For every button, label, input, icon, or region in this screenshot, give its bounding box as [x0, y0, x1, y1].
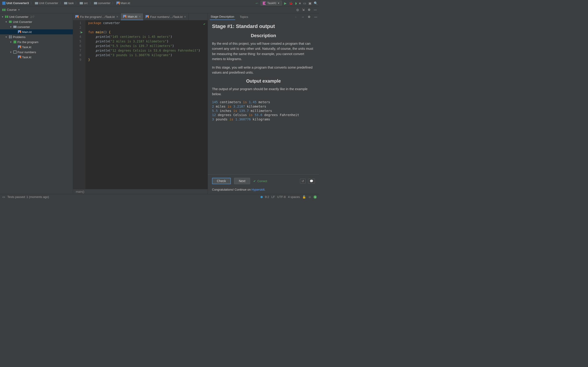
- course-selector[interactable]: Course ▼: [2, 8, 20, 11]
- progress-indicator-icon[interactable]: [260, 196, 263, 198]
- line-number: 7: [73, 48, 81, 53]
- tree-section[interactable]: ▼ Unit Converter: [0, 19, 73, 24]
- tab-main[interactable]: Main.kt ✕: [121, 13, 143, 20]
- chevron-right-icon: 〉: [89, 1, 93, 5]
- target-icon[interactable]: ◎: [296, 8, 299, 11]
- notification-icon[interactable]: ☺: [308, 195, 311, 199]
- forward-icon[interactable]: →: [301, 15, 304, 19]
- breadcrumb-label: Unit Converter3: [6, 1, 29, 5]
- line-number: 2: [73, 25, 81, 30]
- status-bar: ▭ Tests passed: 1 (moments ago) 9:2 LF U…: [0, 194, 319, 200]
- line-number: 6: [73, 44, 81, 48]
- breadcrumb-item[interactable]: src: [79, 1, 89, 5]
- minimize-icon[interactable]: —: [314, 15, 317, 19]
- close-icon[interactable]: ✕: [116, 15, 118, 18]
- tree-problem-1[interactable]: ▼ Fix the program: [0, 40, 73, 44]
- coverage-icon[interactable]: ◗: [295, 1, 297, 5]
- call: println: [96, 49, 109, 52]
- editor-breadcrumb[interactable]: main(): [73, 189, 208, 194]
- top-toolbar: Unit Converter3 〉 Unit Converter 〉 task …: [0, 0, 319, 6]
- call: println: [96, 40, 109, 43]
- tree-problem-2[interactable]: ▼ Four numbers: [0, 50, 73, 55]
- svg-rect-2: [64, 2, 67, 4]
- debug-icon[interactable]: 🐞: [289, 1, 293, 5]
- toolwindow-icon[interactable]: ▭: [2, 195, 5, 199]
- comment-icon[interactable]: 💬: [308, 179, 315, 184]
- tab-fix-program[interactable]: Fix the program/…/Task.kt ✕: [73, 13, 121, 20]
- check-button[interactable]: Check: [212, 178, 231, 184]
- gear-icon[interactable]: ⚙: [308, 15, 311, 19]
- chevron-right-icon: 〉: [30, 1, 34, 5]
- breadcrumb-item[interactable]: Unit Converter3: [1, 1, 30, 5]
- tree-file-main[interactable]: Main.kt: [0, 29, 73, 34]
- status-tests[interactable]: Tests passed: 1 (moments ago): [7, 195, 49, 199]
- tree-package[interactable]: ▼ converter: [0, 24, 73, 29]
- stop-icon[interactable]: ■: [299, 1, 301, 5]
- line-number: 1: [73, 21, 81, 25]
- tree-root[interactable]: ▼ Unit Converter 2/7: [0, 14, 73, 19]
- search-icon[interactable]: 🔍: [314, 1, 318, 5]
- breadcrumb-label: converter: [98, 1, 111, 5]
- task-paragraph: By the end of this project, you will hav…: [212, 41, 315, 62]
- close-icon[interactable]: ✕: [184, 15, 186, 18]
- chevron-right-icon: 〉: [60, 1, 63, 5]
- breadcrumb-item[interactable]: converter: [93, 1, 111, 5]
- run-icon[interactable]: ▶: [284, 1, 287, 5]
- maximize-icon[interactable]: ▣: [309, 1, 311, 5]
- tree-label: Problems: [13, 35, 26, 39]
- indent[interactable]: 4 spaces: [288, 195, 300, 199]
- hyperskill-link[interactable]: Hyperskill: [251, 188, 264, 191]
- breadcrumb-item[interactable]: task: [63, 1, 75, 5]
- toolbar-actions: ⤺ TaskKt ▼ ▶ 🐞 ◗ ■ ▭ ▣ 🔍: [256, 1, 318, 6]
- svg-rect-11: [7, 16, 8, 18]
- close-icon[interactable]: ✕: [139, 15, 141, 18]
- undo-icon[interactable]: ↺: [300, 179, 306, 184]
- congrats-text: Congratulations! Continue on: [212, 188, 251, 191]
- svg-rect-4: [94, 2, 97, 4]
- svg-rect-1: [35, 2, 38, 4]
- tab-label: Main.kt: [128, 15, 137, 18]
- breadcrumb: Unit Converter3 〉 Unit Converter 〉 task …: [1, 1, 131, 5]
- tree-file-task2[interactable]: Task.kt: [0, 55, 73, 60]
- task-icon: [13, 50, 17, 54]
- back-icon[interactable]: ←: [294, 15, 297, 19]
- tab-stage-description[interactable]: Stage Description: [210, 14, 235, 20]
- tree-file-task1[interactable]: Task.kt: [0, 44, 73, 50]
- encoding[interactable]: UTF-8: [277, 195, 286, 199]
- caret-position[interactable]: 9:2: [265, 195, 269, 199]
- code-editor[interactable]: 1 2 3▶ 4 5 6 7 8 9 package converter fun…: [73, 20, 208, 189]
- gear-icon[interactable]: ⚙: [308, 8, 311, 11]
- task-description: Stage #1: Standard output Description By…: [208, 20, 319, 174]
- status-correct: ✔ Correct: [253, 179, 267, 183]
- main-area: ▼ Unit Converter 2/7 ▼ Unit Converter ▼ …: [0, 13, 319, 194]
- notification-badge[interactable]: 1: [313, 195, 317, 199]
- tree-problems[interactable]: ▼ Problems: [0, 34, 73, 40]
- svg-rect-9: [4, 9, 6, 11]
- check-icon: ✔: [253, 179, 256, 183]
- lock-icon[interactable]: 🔓: [302, 195, 306, 199]
- kotlin-file-icon: [123, 15, 126, 18]
- task-paragraph: The output of your program should be exa…: [212, 86, 315, 97]
- collapse-icon[interactable]: ⇲: [302, 8, 304, 11]
- svg-rect-19: [10, 37, 12, 38]
- breadcrumb-label: Unit Converter: [39, 1, 58, 5]
- run-config-selector[interactable]: TaskKt ▼: [261, 1, 282, 6]
- book-icon: [5, 15, 8, 18]
- chevron-down-icon: ▼: [10, 51, 12, 53]
- minimize-icon[interactable]: —: [314, 8, 317, 11]
- tab-topics[interactable]: Topics: [239, 14, 249, 20]
- breadcrumb-item[interactable]: Main.kt: [115, 1, 131, 5]
- kotlin-file-icon: [75, 15, 78, 18]
- tab-four-numbers[interactable]: Four numbers/…/Task.kt ✕: [143, 13, 189, 20]
- code-text[interactable]: package converter fun main() { println("…: [86, 20, 208, 189]
- breadcrumb-item[interactable]: Unit Converter: [34, 1, 59, 5]
- editor-pane: Fix the program/…/Task.kt ✕ Main.kt ✕ Fo…: [73, 13, 208, 194]
- build-icon[interactable]: ⤺: [256, 1, 258, 5]
- svg-rect-13: [13, 26, 17, 28]
- run-gutter-icon[interactable]: ▶: [81, 30, 83, 34]
- line-separator[interactable]: LF: [271, 195, 275, 199]
- layout-icon[interactable]: ▭: [303, 1, 306, 5]
- next-button[interactable]: Next: [234, 178, 250, 184]
- breadcrumb-label: task: [68, 1, 74, 5]
- inspection-ok-icon[interactable]: ✔: [204, 22, 205, 26]
